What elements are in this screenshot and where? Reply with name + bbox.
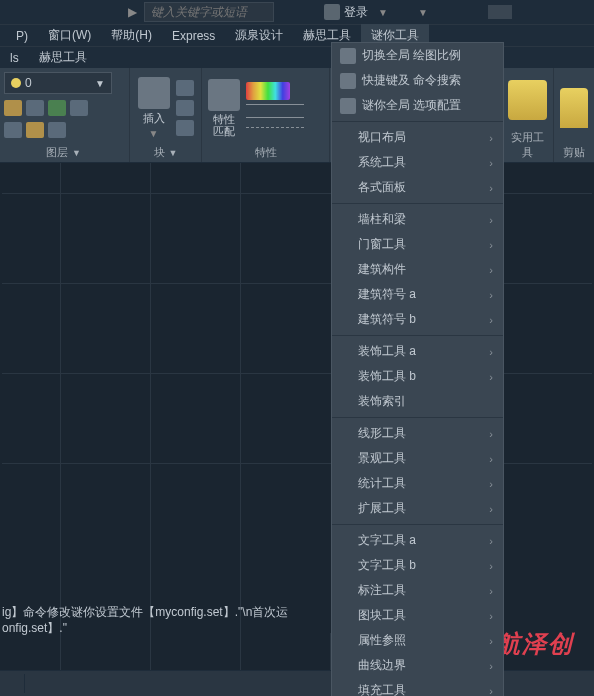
menu-item[interactable]: 图块工具› [332,603,503,628]
panel-label: 块▼ [136,143,195,160]
menu-label: 建筑符号 a [358,286,416,303]
play-icon: ▶ [124,5,140,19]
menu-item[interactable]: 文字工具 b› [332,553,503,578]
menu-item[interactable]: 装饰索引 [332,389,503,414]
menu-label: 建筑构件 [358,261,406,278]
linetype-combo[interactable] [246,127,304,128]
menu-label: 装饰工具 a [358,343,416,360]
menu-item[interactable]: 装饰工具 b› [332,364,503,389]
menu-label: 扩展工具 [358,500,406,517]
panel-utilities: 实用工具 [502,68,554,162]
chevron-down-icon: ▼ [95,78,105,89]
menu-item[interactable]: 视口布局› [332,125,503,150]
menu-item[interactable]: 建筑符号 b› [332,307,503,332]
layer-tool-icon[interactable] [70,100,88,116]
panel-label: 剪贴 [560,143,588,160]
ribbon-tab[interactable]: ls [0,48,29,68]
menu-item-window[interactable]: 窗口(W) [38,24,101,47]
bulb-icon [11,78,21,88]
menu-top-item[interactable]: 切换全局 绘图比例 [332,43,503,68]
menu-item[interactable]: 门窗工具› [332,232,503,257]
menu-label: 视口布局 [358,129,406,146]
panel-label: 特性 [208,143,323,160]
chevron-right-icon: › [489,635,493,647]
menu-label: 建筑符号 b [358,311,416,328]
menu-item[interactable]: 系统工具› [332,150,503,175]
color-palette[interactable] [246,82,290,100]
menu-item[interactable]: 建筑构件› [332,257,503,282]
chevron-down-icon: ▼ [169,148,178,158]
menu-item[interactable]: 扩展工具› [332,496,503,521]
chevron-right-icon: › [489,132,493,144]
layer-tool-icon[interactable] [48,122,66,138]
menu-label: 图块工具 [358,607,406,624]
chevron-down-icon: ▼ [149,128,159,139]
menu-item[interactable]: 统计工具› [332,471,503,496]
lineweight-combo[interactable] [246,104,304,118]
search-input[interactable] [144,2,274,22]
menu-text: 切换全局 绘图比例 [362,47,461,64]
menu-label: 标注工具 [358,582,406,599]
menu-separator [332,524,503,525]
menu-item[interactable]: P) [6,26,38,46]
menu-top-item[interactable]: 快捷键及 命令搜索 [332,68,503,93]
menu-icon [340,98,356,114]
insert-button[interactable]: 插入 ▼ [138,77,170,139]
panel-block: 插入 ▼ 块▼ [130,68,202,162]
block-tool-icon[interactable] [176,100,194,116]
menu-item-yuanquan[interactable]: 源泉设计 [225,24,293,47]
menu-item[interactable]: 各式面板› [332,175,503,200]
panel-clipboard: 剪贴 [554,68,594,162]
menu-label: 文字工具 a [358,532,416,549]
menu-top-item[interactable]: 谜你全局 选项配置 [332,93,503,118]
chevron-right-icon: › [489,478,493,490]
chevron-down-icon[interactable]: ▼ [418,7,428,18]
layer-tool-icon[interactable] [26,122,44,138]
menu-item[interactable]: 建筑符号 a› [332,282,503,307]
panel-label: 实用工具 [508,128,547,160]
menu-label: 统计工具 [358,475,406,492]
menu-item[interactable]: 墙柱和梁› [332,207,503,232]
menu-label: 装饰索引 [358,393,406,410]
ribbon-tab-bar: ls 赫思工具 [0,46,594,68]
menu-item[interactable]: 景观工具› [332,446,503,471]
login-button[interactable]: 登录 ▼ [324,4,388,21]
panel-label: 图层▼ [4,143,123,160]
menu-label: 系统工具 [358,154,406,171]
status-tab[interactable] [0,674,25,693]
paste-icon[interactable] [560,88,588,128]
menu-text: 快捷键及 命令搜索 [362,72,461,89]
match-label: 特性 匹配 [213,113,235,137]
layer-tool-icon[interactable] [26,100,44,116]
command-line[interactable]: ig】命令修改谜你设置文件【myconfig.set】."\n首次运 onfig… [2,604,334,636]
chevron-right-icon: › [489,239,493,251]
chevron-right-icon: › [489,314,493,326]
drawing-canvas[interactable]: ig】命令修改谜你设置文件【myconfig.set】."\n首次运 onfig… [0,163,594,696]
chevron-right-icon: › [489,371,493,383]
layer-tool-icon[interactable] [48,100,66,116]
menu-item[interactable]: 标注工具› [332,578,503,603]
menu-item-help[interactable]: 帮助(H) [101,24,162,47]
ribbon-tab-hesi[interactable]: 赫思工具 [29,46,97,69]
menu-item[interactable]: 填充工具› [332,678,503,696]
chevron-right-icon: › [489,157,493,169]
match-properties-button[interactable]: 特性 匹配 [208,79,240,137]
block-tool-icon[interactable] [176,80,194,96]
layer-tool-icon[interactable] [4,122,22,138]
block-tool-icon[interactable] [176,120,194,136]
utilities-icon[interactable] [508,80,547,120]
menu-label: 门窗工具 [358,236,406,253]
menu-item[interactable]: 曲线边界› [332,653,503,678]
menu-item-express[interactable]: Express [162,26,225,46]
insert-icon [138,77,170,109]
layer-tool-icon[interactable] [4,100,22,116]
menu-icon [340,73,356,89]
status-bar [0,670,594,696]
menu-item[interactable]: 属性参照› [332,628,503,653]
menu-item[interactable]: 装饰工具 a› [332,339,503,364]
layer-combo[interactable]: 0 ▼ [4,72,112,94]
window-control[interactable] [488,5,512,19]
menu-item[interactable]: 文字工具 a› [332,528,503,553]
chevron-right-icon: › [489,453,493,465]
menu-item[interactable]: 线形工具› [332,421,503,446]
